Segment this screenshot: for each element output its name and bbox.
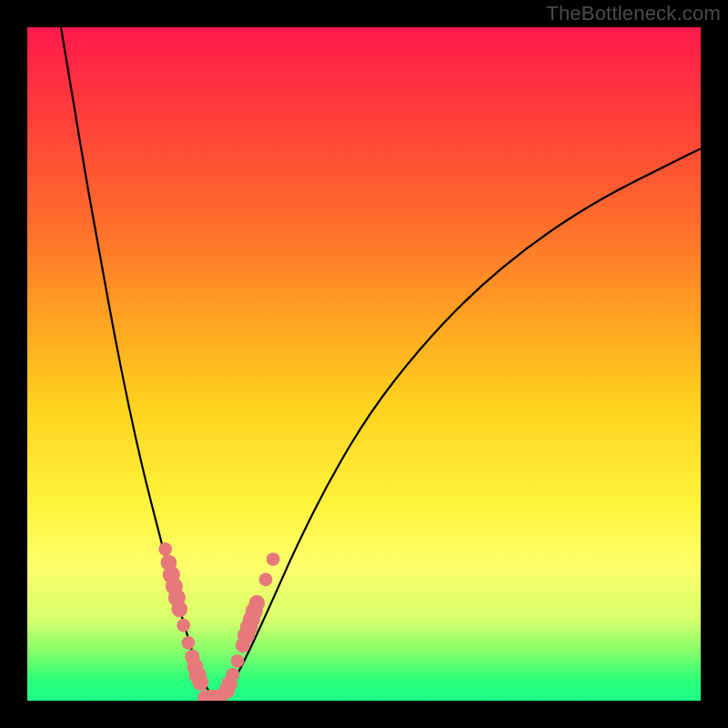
watermark-text: TheBottleneck.com	[546, 2, 721, 25]
chart-svg	[27, 27, 701, 701]
data-dot	[230, 654, 244, 668]
data-dot	[267, 552, 280, 566]
data-dot	[171, 601, 187, 617]
curve-left-branch	[61, 27, 216, 699]
data-dot	[181, 636, 195, 650]
data-dot	[177, 619, 190, 632]
curve-right-branch	[216, 148, 701, 699]
data-dot	[226, 668, 239, 682]
data-dot	[158, 542, 172, 556]
chart-frame: TheBottleneck.com	[0, 0, 728, 728]
data-dot	[192, 674, 208, 691]
plot-area	[27, 27, 701, 701]
data-dot	[248, 595, 265, 612]
data-dot	[259, 572, 273, 586]
